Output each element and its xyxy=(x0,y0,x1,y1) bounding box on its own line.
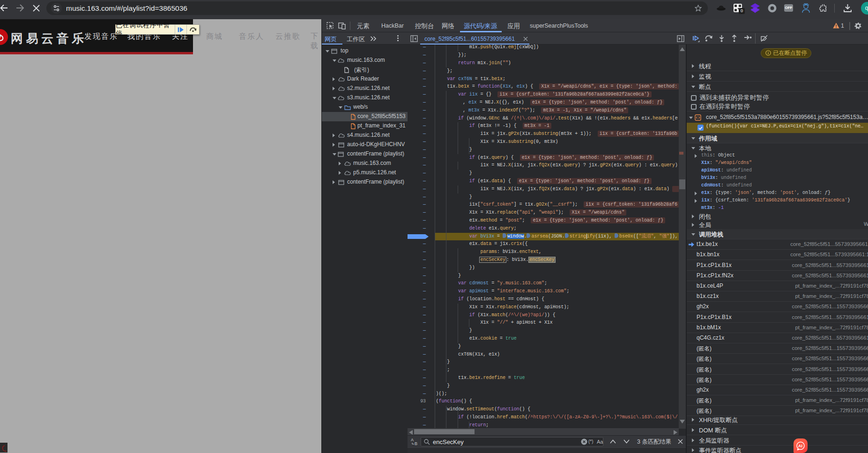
svg-text:AI: AI xyxy=(798,444,802,448)
svg-text:A: A xyxy=(411,438,414,442)
svg-text:B: B xyxy=(415,441,417,446)
